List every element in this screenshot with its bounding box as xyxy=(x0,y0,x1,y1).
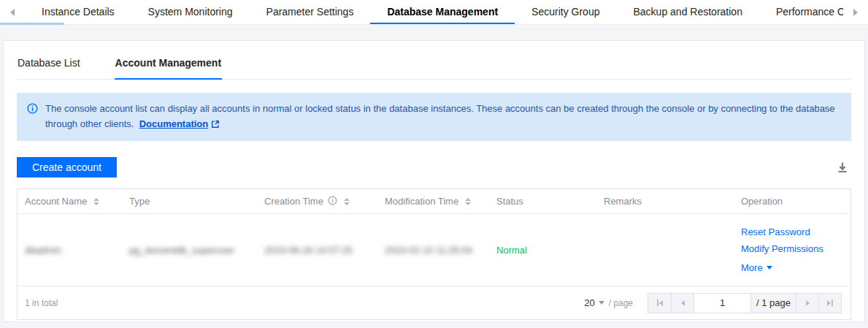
total-count-label: 1 in total xyxy=(25,298,58,308)
external-link-icon[interactable] xyxy=(211,118,220,133)
sort-icon[interactable] xyxy=(344,198,350,205)
col-account-name[interactable]: Account Name xyxy=(18,196,122,207)
table-toolbar: Create account xyxy=(17,157,851,178)
reset-password-link[interactable]: Reset Password xyxy=(741,224,810,240)
table-footer: 1 in total 20 / page xyxy=(18,286,850,319)
tabs-scroll-left-icon[interactable] xyxy=(0,0,25,24)
account-name-value-blurred: dbadmin xyxy=(25,245,61,256)
tab-security-group[interactable]: Security Group xyxy=(515,0,616,24)
cell-status: Normal xyxy=(489,245,596,256)
col-modification-time[interactable]: Modification Time xyxy=(377,196,489,207)
col-remarks: Remarks xyxy=(596,196,734,207)
last-page-button[interactable] xyxy=(818,294,841,313)
creation-time-value-blurred: 2023-06-16 14:07:25 xyxy=(264,245,353,256)
banner-text-block: The console account list can display all… xyxy=(45,101,841,133)
col-type-label: Type xyxy=(129,196,150,207)
table-row: dbadmin pg_tencentdb_superuser 2023-06-1… xyxy=(18,214,850,286)
modify-permissions-link[interactable]: Modify Permissions xyxy=(741,241,823,256)
more-dropdown[interactable]: More xyxy=(741,260,772,275)
page-size-select[interactable]: 20 xyxy=(584,297,604,308)
status-badge: Normal xyxy=(496,245,527,256)
column-info-icon[interactable] xyxy=(328,196,337,207)
pager: / 1 page xyxy=(648,293,842,313)
sort-icon[interactable] xyxy=(465,198,471,205)
subtab-database-list[interactable]: Database List xyxy=(17,51,81,80)
info-banner: The console account list can display all… xyxy=(17,93,851,141)
col-creation-time[interactable]: Creation Time xyxy=(257,196,377,207)
download-icon[interactable] xyxy=(837,161,848,173)
first-page-button[interactable] xyxy=(648,294,671,313)
subtab-bar: Database List Account Management xyxy=(17,41,851,80)
tab-performance-optimization[interactable]: Performance Optimizat xyxy=(759,0,843,24)
col-remarks-label: Remarks xyxy=(604,196,642,207)
console-screen: Instance Details System Monitoring Param… xyxy=(0,0,868,328)
page-size-value: 20 xyxy=(584,297,594,308)
tab-strip: Instance Details System Monitoring Param… xyxy=(25,0,843,24)
cell-creation-time: 2023-06-16 14:07:25 xyxy=(257,245,377,256)
tab-database-management[interactable]: Database Management xyxy=(370,0,515,24)
table-header-row: Account Name Type Creation Time xyxy=(18,189,850,214)
chevron-down-icon xyxy=(767,266,772,270)
cell-type: pg_tencentdb_superuser xyxy=(122,245,257,256)
accounts-table: Account Name Type Creation Time xyxy=(17,188,851,320)
more-link: More xyxy=(741,260,763,275)
tab-system-monitoring[interactable]: System Monitoring xyxy=(131,0,250,24)
cell-modification-time: 2023-02-10 11:25:04 xyxy=(377,245,489,256)
chevron-down-icon xyxy=(599,301,604,305)
col-status-label: Status xyxy=(496,196,523,207)
sort-icon[interactable] xyxy=(93,198,99,205)
info-icon xyxy=(27,103,38,133)
tab-backup-restoration[interactable]: Backup and Restoration xyxy=(616,0,758,24)
documentation-link[interactable]: Documentation xyxy=(139,118,209,129)
subtab-account-management[interactable]: Account Management xyxy=(115,51,222,80)
modification-time-value-blurred: 2023-02-10 11:25:04 xyxy=(385,245,472,256)
page-number-input[interactable] xyxy=(694,294,750,313)
col-operation: Operation xyxy=(734,196,850,207)
tab-instance-details[interactable]: Instance Details xyxy=(25,0,131,24)
col-creation-time-label: Creation Time xyxy=(264,196,323,207)
cell-operation: Reset Password Modify Permissions More xyxy=(734,224,850,275)
per-page-label: / page xyxy=(609,298,633,308)
cell-account-name: dbadmin xyxy=(18,245,122,256)
tabs-scroll-right-icon[interactable] xyxy=(843,0,868,24)
next-page-button[interactable] xyxy=(796,294,818,313)
type-value-blurred: pg_tencentdb_superuser xyxy=(129,245,234,256)
create-account-button[interactable]: Create account xyxy=(17,157,117,178)
pagination-area: 20 / page / 1 page xyxy=(584,293,842,313)
page-size-control: 20 / page xyxy=(584,297,633,308)
prev-page-button[interactable] xyxy=(671,294,694,313)
col-account-name-label: Account Name xyxy=(25,196,87,207)
col-type: Type xyxy=(122,196,257,207)
col-operation-label: Operation xyxy=(741,196,783,207)
operation-links: Reset Password Modify Permissions More xyxy=(741,224,823,275)
page-count-label: / 1 page xyxy=(750,294,796,313)
tab-parameter-settings[interactable]: Parameter Settings xyxy=(250,0,371,24)
database-management-panel: Database List Account Management The con… xyxy=(3,40,865,322)
tab-scrollbar-thumb[interactable] xyxy=(0,23,64,25)
page-background: Database List Account Management The con… xyxy=(0,25,868,328)
instance-tab-bar: Instance Details System Monitoring Param… xyxy=(0,0,868,25)
col-status: Status xyxy=(489,196,596,207)
col-modification-time-label: Modification Time xyxy=(385,196,458,207)
